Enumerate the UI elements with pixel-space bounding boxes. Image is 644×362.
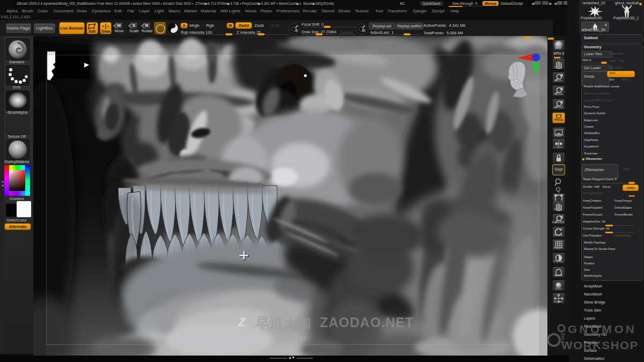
svg-text:Edit: Edit bbox=[89, 29, 96, 33]
svg-text:GNOMON: GNOMON bbox=[568, 323, 636, 335]
svg-text:Draw: Draw bbox=[101, 29, 111, 33]
svg-text:WORKSHOP: WORKSHOP bbox=[561, 339, 639, 352]
